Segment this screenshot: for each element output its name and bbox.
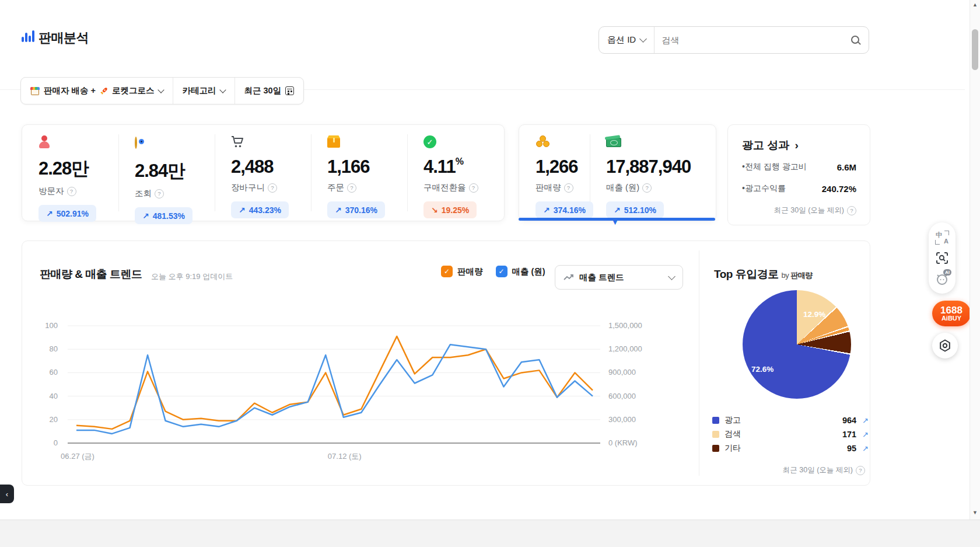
change-badge[interactable]: ↗502.91%: [38, 205, 96, 222]
help-icon[interactable]: ?: [564, 183, 573, 193]
money-icon: [606, 138, 621, 147]
scrollbar-thumb[interactable]: [972, 29, 978, 70]
up-arrow-icon: ↗: [46, 209, 53, 218]
legend-value: 95: [847, 444, 856, 453]
right-axis-tick: 900,000: [608, 368, 636, 377]
ai-assistant-icon[interactable]: AI: [935, 271, 949, 285]
change-badge[interactable]: ↗374.16%: [536, 201, 593, 218]
kpi-card-sales[interactable]: 1,266 판매량? ↗374.16% 17,887,940 매출 (원)? ↗…: [519, 124, 716, 221]
chevron-down-icon: [158, 86, 164, 93]
legend-row-search: 검색 171 ↗: [712, 429, 869, 440]
bar-chart-icon: [22, 30, 34, 42]
chevron-down-icon: [219, 86, 226, 93]
help-icon[interactable]: ?: [268, 183, 277, 193]
help-icon[interactable]: ?: [642, 183, 652, 193]
metric-label: 장바구니: [231, 182, 265, 193]
help-icon[interactable]: ?: [67, 187, 76, 196]
metric-orders: 1,166 주문? ↗370.16%: [327, 135, 385, 218]
metric-cart: 2,488 장바구니? ↗443.23%: [231, 135, 289, 218]
metric-label: 주문: [327, 182, 344, 193]
ad-roas-label: •광고수익률: [742, 183, 786, 194]
metric-conversion: ✓ 4.11% 구매전환율? ↘19.25%: [424, 135, 478, 218]
metric-views: 2.84만 조회? ↗481.53%: [135, 135, 192, 224]
inflow-title: Top 유입경로 by 판매량: [714, 267, 813, 282]
ad-footnote: 최근 30일 (오늘 제외)?: [742, 205, 856, 215]
delivery-filter-label: 판매자 배송 +: [44, 85, 96, 96]
metric-label: 조회: [135, 188, 152, 199]
change-badge[interactable]: ↗512.10%: [606, 201, 664, 218]
delivery-filter[interactable]: 판매자 배송 + 로켓그로스: [21, 78, 173, 104]
category-filter-label: 카테고리: [183, 85, 216, 96]
divider: [311, 134, 312, 211]
inflow-pie-chart[interactable]: [743, 290, 851, 399]
metric-value: 4.11%: [424, 156, 478, 177]
page-scrollbar[interactable]: ▲ ▼: [970, 0, 980, 520]
legend-link-arrow[interactable]: ↗: [862, 430, 869, 439]
change-badge[interactable]: ↗370.16%: [327, 201, 385, 218]
scroll-down-arrow[interactable]: ▼: [970, 510, 980, 515]
change-badge[interactable]: ↗481.53%: [135, 207, 192, 224]
date-range-label: 최근 30일: [244, 85, 282, 96]
help-icon[interactable]: ?: [155, 189, 164, 198]
search-input[interactable]: [654, 35, 851, 45]
link-arrow-icon: ›: [795, 139, 799, 151]
settings-button[interactable]: [932, 333, 958, 358]
legend-label: 기타: [724, 443, 741, 454]
help-icon[interactable]: ?: [347, 183, 356, 193]
ad-spend-value: 6.6M: [837, 162, 856, 172]
date-range-filter[interactable]: 최근 30일: [235, 78, 304, 104]
app-logo: [22, 30, 34, 44]
left-axis-tick: 60: [50, 368, 58, 377]
floating-toolbar: 中 A AI: [929, 222, 956, 294]
eye-icon: [135, 137, 137, 149]
sidebar-collapse-button[interactable]: ‹: [0, 485, 14, 503]
scroll-up-arrow[interactable]: ▲: [970, 2, 980, 8]
divider: [118, 134, 119, 211]
change-badge[interactable]: ↗443.23%: [231, 201, 289, 218]
metric-label: 매출 (원): [606, 182, 639, 193]
change-badge[interactable]: ↘19.25%: [424, 201, 477, 218]
pie-label-search: 12.9%: [803, 310, 825, 319]
right-axis-tick: 1,500,000: [608, 321, 642, 330]
help-icon[interactable]: ?: [469, 183, 478, 193]
box-icon: [327, 138, 340, 148]
pie-label-ad: 72.6%: [751, 365, 774, 374]
up-arrow-icon: ↗: [142, 211, 149, 221]
search-filter-dropdown[interactable]: 옵션 ID: [599, 27, 654, 53]
legend-value: 964: [842, 416, 856, 425]
help-icon[interactable]: ?: [847, 206, 856, 215]
ai-badge: AI: [943, 269, 951, 276]
panel-divider: [699, 250, 699, 476]
inflow-footnote: 최근 30일 (오늘 제외)?: [712, 465, 865, 475]
metric-value: 1,266: [536, 156, 593, 177]
metric-value: 1,166: [327, 156, 385, 177]
metric-label: 판매량: [536, 182, 561, 193]
cart-icon: [231, 135, 245, 148]
page-title: 판매분석: [38, 29, 89, 47]
search-filter-label: 옵션 ID: [607, 34, 636, 46]
legend-row-other: 기타 95 ↗: [712, 443, 869, 454]
left-axis-tick: 80: [50, 344, 58, 353]
search-icon[interactable]: [851, 36, 860, 45]
x-axis-tick: 06.27 (금): [61, 452, 94, 461]
metric-visitors: 2.28만 방문자? ↗502.91%: [38, 135, 96, 222]
left-axis-tick: 20: [50, 415, 58, 424]
ad-performance-title[interactable]: 광고 성과 ›: [742, 138, 799, 153]
metric-value: 2.28만: [38, 156, 96, 181]
category-filter[interactable]: 카테고리: [173, 78, 235, 104]
visual-search-icon[interactable]: [935, 251, 949, 265]
right-axis-tick: 0 (KRW): [608, 438, 638, 447]
page-root: 판매분석 옵션 ID 판매자 배송 + 로켓그로스 카테고리 최근 30일: [0, 0, 980, 520]
metric-sales-volume: 1,266 판매량? ↗374.16%: [536, 135, 593, 218]
translate-icon[interactable]: 中 A: [935, 231, 949, 245]
legend-link-arrow[interactable]: ↗: [862, 416, 869, 425]
inflow-subtitle-metric: 판매량: [790, 271, 813, 280]
up-arrow-icon: ↗: [614, 205, 621, 215]
rocket-growth-label: 로켓그로스: [112, 85, 155, 96]
selected-card-pointer: ▼: [611, 218, 619, 227]
right-axis-tick: 300,000: [608, 415, 636, 424]
aibuy-button[interactable]: 1688 AiBUY: [932, 301, 971, 326]
legend-link-arrow[interactable]: ↗: [862, 444, 869, 453]
help-icon[interactable]: ?: [856, 466, 865, 475]
metric-value: 2.84만: [135, 159, 192, 183]
